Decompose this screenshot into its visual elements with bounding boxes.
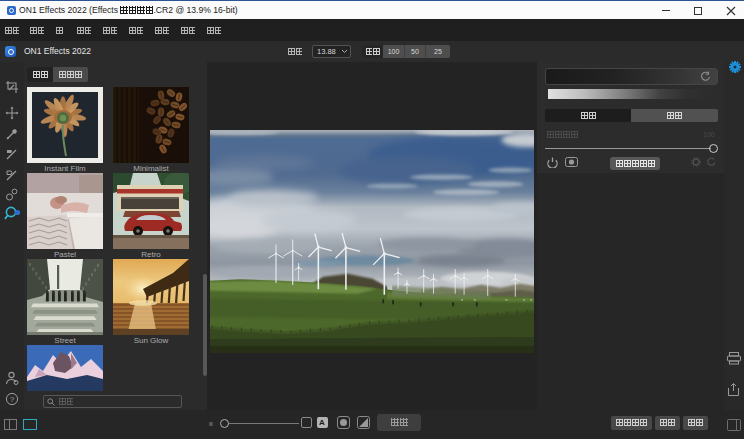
svg-text:?: ? (10, 395, 15, 404)
